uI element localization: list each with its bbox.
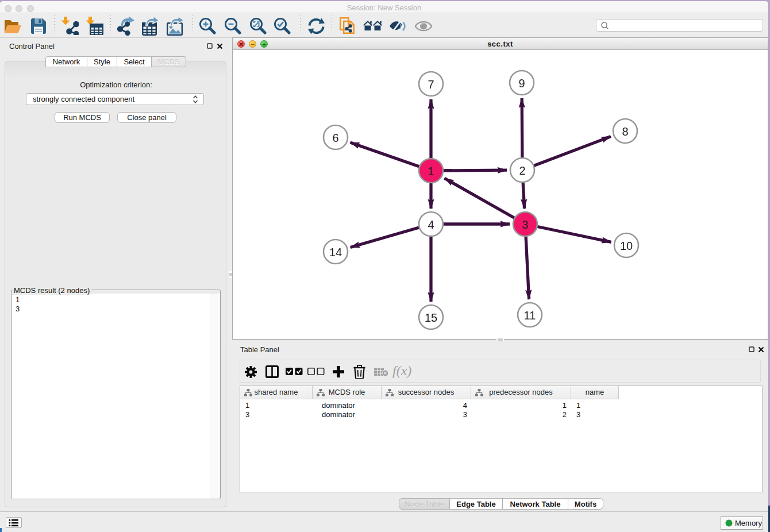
svg-text:6: 6	[332, 132, 338, 144]
svg-text:1: 1	[428, 165, 434, 178]
svg-text:3: 3	[522, 218, 528, 231]
svg-text:9: 9	[518, 77, 525, 90]
svg-text:11: 11	[524, 309, 536, 322]
svg-text:15: 15	[425, 311, 437, 324]
svg-text:8: 8	[622, 125, 628, 138]
svg-text:4: 4	[428, 218, 434, 231]
svg-text:7: 7	[428, 78, 434, 91]
svg-text:10: 10	[620, 240, 633, 252]
svg-text:2: 2	[519, 164, 525, 177]
svg-text:14: 14	[329, 246, 342, 259]
